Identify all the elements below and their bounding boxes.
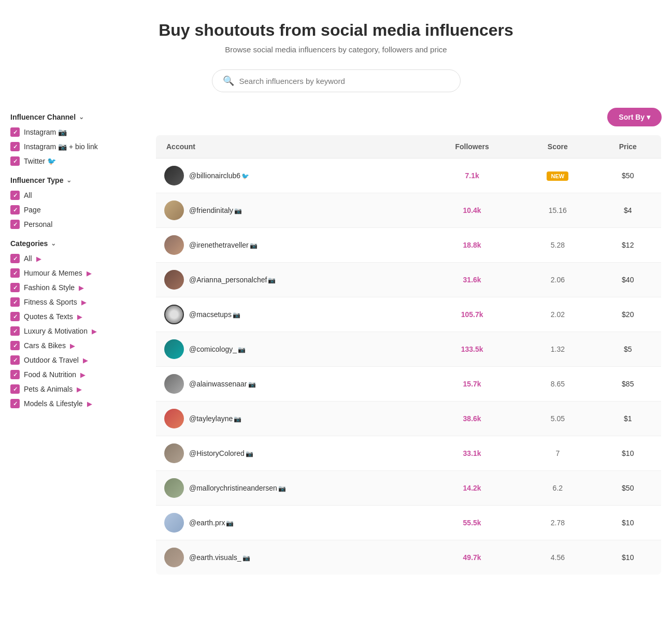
avatar	[164, 339, 184, 359]
followers-cell: 18.8k	[423, 228, 521, 263]
followers-cell: 55.5k	[423, 506, 521, 540]
category-icon: ▶	[77, 385, 82, 393]
checkbox-checked	[10, 127, 20, 137]
followers-value: 18.8k	[463, 241, 481, 249]
search-bar: 🔍	[212, 69, 461, 92]
checkbox-checked	[10, 399, 20, 408]
chevron-down-icon: ⌄	[51, 240, 56, 247]
channel-instagram-bio[interactable]: Instagram 📷 + bio link	[10, 142, 140, 151]
price-cell: $12	[595, 228, 662, 263]
account-handle: @macsetups📷	[189, 310, 240, 319]
category-label: Fitness & Sports	[24, 298, 77, 306]
table-row[interactable]: @irenethetraveller📷 18.8k 5.28 $12	[156, 228, 662, 263]
influencer-channel-title[interactable]: Influencer Channel ⌄	[10, 113, 140, 121]
followers-value: 105.7k	[461, 310, 483, 319]
table-body: @billionairclub6🐦 7.1k NEW $50 @friendin…	[156, 159, 662, 575]
category-item-8[interactable]: Food & Nutrition ▶	[10, 370, 140, 379]
channel-instagram[interactable]: Instagram 📷	[10, 127, 140, 137]
category-item-7[interactable]: Outdoor & Travel ▶	[10, 355, 140, 365]
price-value: $10	[622, 449, 634, 457]
score-cell: 8.65	[521, 367, 594, 401]
table-row[interactable]: @billionairclub6🐦 7.1k NEW $50	[156, 159, 662, 193]
price-cell: $10	[595, 506, 662, 540]
influencer-type-section: Influencer Type ⌄ All Page Personal	[10, 176, 140, 229]
type-page[interactable]: Page	[10, 205, 140, 214]
instagram-icon: 📷	[278, 485, 286, 492]
score-cell: 7	[521, 436, 594, 471]
category-item-10[interactable]: Models & Lifestyle ▶	[10, 399, 140, 408]
type-personal[interactable]: Personal	[10, 220, 140, 229]
followers-value: 10.4k	[463, 206, 481, 214]
category-item-3[interactable]: Fitness & Sports ▶	[10, 297, 140, 307]
category-icon: ▶	[77, 313, 82, 321]
category-label: Cars & Bikes	[24, 341, 66, 350]
followers-value: 38.6k	[463, 414, 481, 423]
category-label: Quotes & Texts	[24, 312, 73, 321]
checkbox-checked	[10, 156, 20, 166]
checkbox-checked	[10, 283, 20, 292]
category-icon: ▶	[81, 298, 87, 306]
sort-button[interactable]: Sort By ▾	[607, 108, 662, 126]
instagram-icon: 📷	[246, 450, 253, 457]
influencer-type-title[interactable]: Influencer Type ⌄	[10, 176, 140, 184]
table-row[interactable]: @earth.visuals_📷 49.7k 4.56 $10	[156, 540, 662, 575]
category-label: Fashion & Style	[24, 283, 75, 292]
avatar	[164, 374, 184, 394]
table-row[interactable]: @macsetups📷 105.7k 2.02 $20	[156, 297, 662, 332]
instagram-icon: 📷	[242, 554, 250, 562]
followers-cell: 105.7k	[423, 297, 521, 332]
twitter-icon: 🐦	[241, 173, 249, 180]
account-handle: @earth.visuals_📷	[189, 553, 250, 562]
price-cell: $50	[595, 159, 662, 193]
checkbox-checked	[10, 341, 20, 350]
type-all[interactable]: All	[10, 191, 140, 200]
followers-value: 7.1k	[465, 171, 479, 180]
category-item-5[interactable]: Luxury & Motivation ▶	[10, 326, 140, 336]
account-handle: @friendinitaly📷	[189, 206, 242, 214]
table-row[interactable]: @earth.prx📷 55.5k 2.78 $10	[156, 506, 662, 540]
categories-title[interactable]: Categories ⌄	[10, 239, 140, 248]
followers-cell: 15.7k	[423, 367, 521, 401]
category-item-0[interactable]: All ▶	[10, 254, 140, 263]
table-row[interactable]: @mallorychristineandersen📷 14.2k 6.2 $50	[156, 471, 662, 506]
channel-twitter[interactable]: Twitter 🐦	[10, 156, 140, 166]
category-item-6[interactable]: Cars & Bikes ▶	[10, 341, 140, 350]
col-price: Price	[595, 135, 662, 159]
table-row[interactable]: @tayleylayne📷 38.6k 5.05 $1	[156, 401, 662, 436]
category-item-2[interactable]: Fashion & Style ▶	[10, 283, 140, 292]
table-row[interactable]: @friendinitaly📷 10.4k 15.16 $4	[156, 193, 662, 228]
page-subtitle: Browse social media influencers by categ…	[10, 45, 662, 54]
instagram-icon: 📷	[234, 207, 242, 214]
score-cell: 2.06	[521, 263, 594, 297]
category-item-4[interactable]: Quotes & Texts ▶	[10, 312, 140, 321]
avatar	[164, 443, 184, 463]
table-row[interactable]: @Arianna_personalchef📷 31.6k 2.06 $40	[156, 263, 662, 297]
sort-bar: Sort By ▾	[155, 108, 662, 126]
table-row[interactable]: @alainwassenaar📷 15.7k 8.65 $85	[156, 367, 662, 401]
category-label: All	[24, 254, 32, 263]
category-item-1[interactable]: Humour & Memes ▶	[10, 268, 140, 278]
account-cell: @alainwassenaar📷	[156, 367, 424, 401]
table-row[interactable]: @HistoryColored📷 33.1k 7 $10	[156, 436, 662, 471]
followers-value: 14.2k	[463, 484, 481, 492]
account-cell: @billionairclub6🐦	[156, 159, 424, 193]
score-value: 15.16	[549, 206, 567, 214]
channel-label: Instagram 📷 + bio link	[24, 142, 98, 151]
avatar	[164, 548, 184, 567]
category-item-9[interactable]: Pets & Animals ▶	[10, 384, 140, 394]
score-cell: 6.2	[521, 471, 594, 506]
price-value: $12	[622, 241, 634, 249]
score-value: 2.78	[551, 519, 565, 527]
avatar	[164, 235, 184, 255]
checkbox-checked	[10, 312, 20, 321]
avatar	[164, 200, 184, 220]
price-value: $5	[624, 345, 632, 353]
category-icon: ▶	[87, 269, 92, 277]
checkbox-checked	[10, 191, 20, 200]
score-cell: 1.32	[521, 332, 594, 367]
followers-cell: 14.2k	[423, 471, 521, 506]
table-row[interactable]: @comicology_📷 133.5k 1.32 $5	[156, 332, 662, 367]
price-cell: $10	[595, 436, 662, 471]
checkbox-checked	[10, 355, 20, 365]
search-input[interactable]	[239, 77, 450, 85]
